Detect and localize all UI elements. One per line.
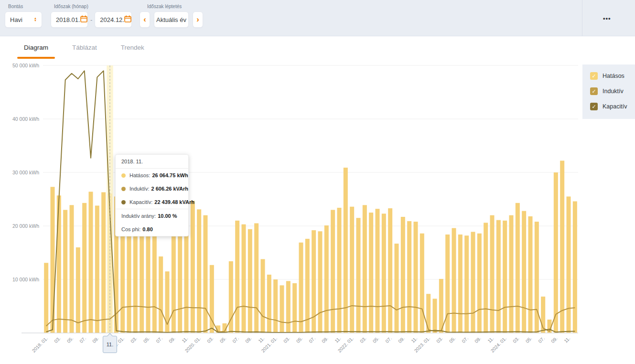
chart-area: 10 000 kWh20 000 kWh30 000 kWh40 000 kWh… <box>0 60 635 364</box>
svg-text:05.: 05. <box>142 336 151 344</box>
checkbox-checked-icon[interactable]: ✓ <box>590 87 598 95</box>
chart-legend: ✓ Hatásos ✓ Induktív ✓ Kapacitív <box>582 64 635 119</box>
svg-text:07.: 07. <box>537 336 546 344</box>
svg-text:2018. 01.: 2018. 01. <box>31 336 49 353</box>
chart-svg[interactable]: 10 000 kWh20 000 kWh30 000 kWh40 000 kWh… <box>0 60 635 364</box>
ellipsis-icon: ••• <box>603 15 611 22</box>
leptetes-group: Időszak léptetés ‹ Aktuális év › <box>140 3 203 28</box>
idoszak-label: Időszak (hónap) <box>54 4 132 9</box>
idoszak-group: Időszak (hónap) 2018.01. - 2024.12. <box>51 3 132 28</box>
chart-tooltip: 2018. 11. Hatásos: 26 064.75 kWh Induktí… <box>115 154 189 236</box>
svg-text:11.: 11. <box>181 336 189 344</box>
svg-text:07.: 07. <box>384 336 393 344</box>
chevron-left-icon: ‹ <box>143 15 146 24</box>
tooltip-row-cosphi: Cos phi: 0.80 <box>116 223 188 236</box>
tooltip-row-kapacitiv: Kapacitív: 22 439.48 kVArh <box>116 195 188 209</box>
checkbox-checked-icon[interactable]: ✓ <box>590 72 598 80</box>
svg-text:07.: 07. <box>231 336 240 344</box>
more-menu-button[interactable]: ••• <box>600 13 614 24</box>
svg-text:09.: 09. <box>321 336 329 344</box>
svg-text:07.: 07. <box>308 336 316 344</box>
svg-text:11.: 11. <box>410 336 418 344</box>
toolbar: Bontás Havi ▲▼ Időszak (hónap) 2018.01. <box>0 0 635 36</box>
axis-pointer-label: 11. <box>107 342 113 347</box>
svg-text:11.: 11. <box>257 336 265 344</box>
checkbox-checked-icon[interactable]: ✓ <box>590 103 598 110</box>
select-arrows-icon: ▲▼ <box>34 17 37 22</box>
tooltip-row-arany: Induktív arány: 10.00 % <box>116 209 188 223</box>
svg-text:20 000 kWh: 20 000 kWh <box>12 223 39 229</box>
date-to-input[interactable]: 2024.12. <box>95 11 132 28</box>
svg-text:05.: 05. <box>219 336 227 344</box>
legend-item-kapacitiv[interactable]: ✓ Kapacitív <box>582 99 635 114</box>
svg-text:10 000 kWh: 10 000 kWh <box>12 277 39 282</box>
date-from-value: 2018.01. <box>56 16 80 23</box>
date-from-input[interactable]: 2018.01. <box>51 11 88 28</box>
svg-text:05.: 05. <box>525 336 533 344</box>
hatasos-dot-icon <box>121 173 126 178</box>
bontas-select-value: Havi <box>10 16 22 23</box>
svg-text:11.: 11. <box>486 336 495 344</box>
svg-text:03.: 03. <box>512 336 520 344</box>
svg-text:09.: 09. <box>91 336 100 344</box>
legend-item-induktiv[interactable]: ✓ Induktív <box>582 84 635 99</box>
kapacitiv-dot-icon <box>121 200 126 204</box>
svg-text:03.: 03. <box>435 336 444 344</box>
svg-text:03.: 03. <box>359 336 367 344</box>
tooltip-row-hatasos: Hatásos: 26 064.75 kWh <box>116 169 188 182</box>
tooltip-row-induktiv: Induktív: 2 606.26 kVArh <box>116 182 188 195</box>
svg-text:07.: 07. <box>78 336 87 344</box>
prev-period-button[interactable]: ‹ <box>140 11 150 28</box>
svg-text:03.: 03. <box>129 336 138 344</box>
axis-pointer: 11. <box>103 336 117 353</box>
chevron-right-icon: › <box>196 15 199 24</box>
svg-text:03.: 03. <box>53 336 62 344</box>
current-year-button[interactable]: Aktuális év <box>154 11 189 28</box>
svg-text:09.: 09. <box>550 336 559 344</box>
svg-text:30 000 kWh: 30 000 kWh <box>12 170 39 175</box>
tab-bar: Diagram Táblázat Trendek <box>0 37 635 59</box>
date-range-separator: - <box>90 16 92 23</box>
bontas-select[interactable]: Havi ▲▼ <box>5 11 42 28</box>
svg-text:05.: 05. <box>295 336 304 344</box>
bontas-label: Bontás <box>8 4 42 9</box>
svg-text:03.: 03. <box>282 336 291 344</box>
svg-text:09.: 09. <box>397 336 406 344</box>
toolbar-divider <box>582 0 582 36</box>
svg-text:07.: 07. <box>155 336 163 344</box>
svg-text:07.: 07. <box>461 336 469 344</box>
svg-text:05.: 05. <box>448 336 457 344</box>
induktiv-dot-icon <box>121 187 126 191</box>
svg-text:40 000 kWh: 40 000 kWh <box>12 116 39 122</box>
legend-item-hatasos[interactable]: ✓ Hatásos <box>582 68 635 84</box>
svg-text:09.: 09. <box>168 336 176 344</box>
bontas-group: Bontás Havi ▲▼ <box>5 3 42 28</box>
calendar-icon[interactable] <box>80 15 87 24</box>
date-to-value: 2024.12. <box>100 16 124 23</box>
tooltip-title: 2018. 11. <box>116 155 188 169</box>
svg-text:03.: 03. <box>206 336 215 344</box>
next-period-button[interactable]: › <box>193 11 203 28</box>
calendar-icon[interactable] <box>124 15 131 24</box>
tab-tablazat[interactable]: Táblázat <box>65 37 104 59</box>
svg-text:11.: 11. <box>563 336 571 344</box>
tab-diagram[interactable]: Diagram <box>17 37 55 59</box>
svg-text:05.: 05. <box>66 336 75 344</box>
svg-text:09.: 09. <box>244 336 253 344</box>
svg-text:09.: 09. <box>474 336 482 344</box>
svg-text:11.: 11. <box>334 336 342 344</box>
leptetes-label: Időszak léptetés <box>147 4 203 9</box>
tab-trendek[interactable]: Trendek <box>114 37 151 59</box>
svg-text:05.: 05. <box>372 336 380 344</box>
svg-text:50 000 kWh: 50 000 kWh <box>12 63 39 68</box>
